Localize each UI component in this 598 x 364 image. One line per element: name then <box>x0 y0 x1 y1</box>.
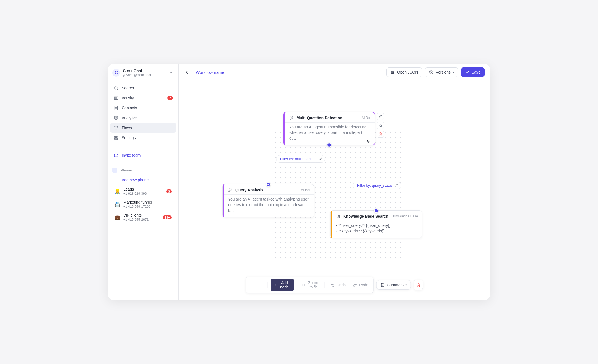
svg-line-1 <box>117 89 118 90</box>
versions-label: Versions <box>436 70 451 74</box>
save-button[interactable]: Save <box>461 67 485 77</box>
node-header: Multi-Question Detection AI Bot <box>284 112 375 122</box>
redo-label: Redo <box>359 283 368 287</box>
book-icon <box>336 214 340 219</box>
svg-point-5 <box>115 107 116 108</box>
add-handle-bottom[interactable]: + <box>327 143 331 147</box>
sidebar-item-label: Flows <box>122 126 132 130</box>
phone-item-marketing[interactable]: 📇 Marketing funnel +1 415 559-17260 <box>110 198 176 211</box>
phone-name: VIP clients <box>123 213 159 217</box>
toolbar-delete-button[interactable] <box>414 280 423 290</box>
node-accent <box>223 184 224 217</box>
phone-name: Leads <box>123 187 163 191</box>
nav-primary: Search Activity 7 Contacts Analytics Flo… <box>108 80 178 145</box>
add-handle-top[interactable]: + <box>266 182 271 187</box>
phone-emoji: 📇 <box>115 201 120 207</box>
add-node-label: Add node <box>279 280 290 289</box>
workflow-name-input[interactable] <box>196 70 248 75</box>
node-title: Multi-Question Detection <box>297 116 359 120</box>
svg-point-11 <box>116 129 116 129</box>
caret-down-icon: ▾ <box>453 71 454 74</box>
workspace-name: Clerk Chat <box>123 69 165 73</box>
undo-button[interactable]: Undo <box>328 281 349 289</box>
workspace-info: Clerk Chat yevhen@clerk.chat <box>123 69 165 77</box>
zoom-in-button[interactable] <box>248 281 256 289</box>
sidebar-item-analytics[interactable]: Analytics <box>110 113 176 123</box>
node-multi-question-detection[interactable]: Multi-Question Detection AI Bot You are … <box>283 112 375 145</box>
zoom-out-button[interactable] <box>258 281 265 289</box>
node-toolbar <box>377 113 384 138</box>
add-node-button[interactable]: Add node <box>271 279 294 291</box>
node-title: Knowledge Base Search <box>343 214 390 219</box>
filter-label: Filter by: query_status <box>357 183 392 188</box>
topbar-actions: Open JSON Versions ▾ Save <box>386 67 485 77</box>
wand-icon <box>228 188 233 192</box>
phone-meta: Marketing funnel +1 415 559-17260 <box>123 200 172 209</box>
gear-icon <box>113 135 118 140</box>
redo-button[interactable]: Redo <box>350 281 371 289</box>
duplicate-node-button[interactable] <box>377 122 384 129</box>
app-window: C Clerk Chat yevhen@clerk.chat Search Ac… <box>108 64 490 300</box>
versions-button[interactable]: Versions ▾ <box>425 67 458 77</box>
zoom-to-fit-button[interactable]: Zoom to fit <box>300 279 322 291</box>
sidebar-item-activity[interactable]: Activity 7 <box>110 93 176 103</box>
sidebar-item-search[interactable]: Search <box>110 83 176 93</box>
phones-list: Add new phone 👷 Leads +1 628 629-3964 3 … <box>108 175 178 227</box>
contacts-icon <box>113 105 118 110</box>
edit-node-button[interactable] <box>377 113 384 120</box>
node-title: Query Analysis <box>235 188 298 192</box>
separator <box>325 282 325 288</box>
flow-canvas[interactable]: Multi-Question Detection AI Bot You are … <box>179 80 490 300</box>
edit-icon[interactable] <box>319 157 322 161</box>
save-label: Save <box>472 70 480 74</box>
nav-invite: Invite team <box>108 149 178 161</box>
filter-chip-query-status[interactable]: Filter by: query_status <box>353 182 401 189</box>
workspace-switcher[interactable]: C Clerk Chat yevhen@clerk.chat <box>108 64 178 80</box>
sidebar-item-contacts[interactable]: Contacts <box>110 103 176 113</box>
chevron-down-icon[interactable] <box>168 70 174 76</box>
summarize-label: Summarize <box>387 283 407 287</box>
history-icon <box>429 70 433 74</box>
svg-rect-18 <box>391 73 394 74</box>
connectors <box>179 80 262 122</box>
canvas-toolbar: Add node Zoom to fit Undo Redo <box>246 277 423 293</box>
phone-item-vip[interactable]: 💼 VIP clients +1 415 555-2671 99+ <box>110 211 176 224</box>
add-handle-top[interactable]: + <box>374 209 378 213</box>
activity-badge: 7 <box>167 96 173 100</box>
svg-point-9 <box>114 126 115 127</box>
add-phone-button[interactable]: Add new phone <box>110 175 176 185</box>
phone-emoji: 👷 <box>115 188 120 194</box>
sidebar: C Clerk Chat yevhen@clerk.chat Search Ac… <box>108 64 179 300</box>
edit-icon[interactable] <box>395 184 398 187</box>
json-icon <box>391 70 395 74</box>
node-body: - **user_query:** {{user_query}} - **key… <box>331 221 422 238</box>
node-accent <box>331 211 332 238</box>
workspace-logo: C <box>112 69 120 77</box>
topbar: Open JSON Versions ▾ Save <box>179 64 490 80</box>
sidebar-item-settings[interactable]: Settings <box>110 133 176 143</box>
phone-name: Marketing funnel <box>123 200 172 204</box>
add-phone-label: Add new phone <box>122 178 149 182</box>
sidebar-item-label: Activity <box>122 96 134 100</box>
delete-node-button[interactable] <box>377 131 384 138</box>
activity-icon <box>113 95 118 100</box>
open-json-button[interactable]: Open JSON <box>386 67 422 77</box>
node-body: You are an AI agent responsible for dete… <box>284 122 375 145</box>
divider <box>108 147 178 147</box>
phone-item-leads[interactable]: 👷 Leads +1 628 629-3964 3 <box>110 185 176 198</box>
svg-rect-3 <box>116 97 118 99</box>
back-button[interactable] <box>184 68 192 76</box>
sidebar-item-flows[interactable]: Flows <box>110 123 176 133</box>
summarize-button[interactable]: Summarize <box>376 280 411 290</box>
phones-section-header[interactable]: ▾ Phones <box>108 165 178 175</box>
filter-chip-multi-part[interactable]: Filter by: multi_part_… <box>276 155 325 163</box>
phone-meta: VIP clients +1 415 555-2671 <box>123 213 159 222</box>
workspace-email: yevhen@clerk.chat <box>123 73 165 77</box>
phone-number: +1 628 629-3964 <box>123 192 163 196</box>
main-area: Open JSON Versions ▾ Save <box>179 64 490 300</box>
svg-point-10 <box>117 126 118 127</box>
sidebar-item-label: Search <box>122 86 134 90</box>
node-query-analysis[interactable]: Query Analysis AI Bot You are an AI agen… <box>222 184 314 217</box>
node-knowledge-base-search[interactable]: Knowledge Base Search Knowledge Base - *… <box>330 210 422 238</box>
invite-team-button[interactable]: Invite team <box>110 150 176 160</box>
